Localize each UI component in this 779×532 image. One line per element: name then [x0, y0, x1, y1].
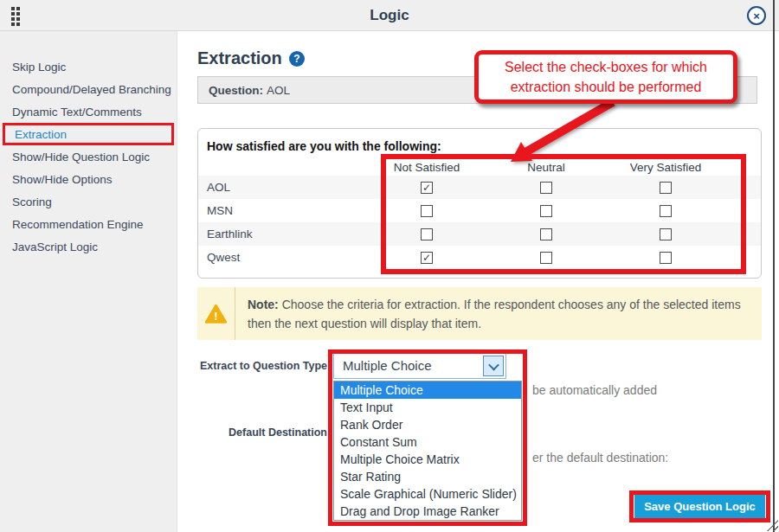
checkbox-aol-not-satisfied[interactable]: ✓	[421, 182, 433, 194]
window-right-border	[773, 0, 775, 532]
sidebar-item-javascript-logic[interactable]: JavaScript Logic	[0, 235, 177, 258]
option-text-input[interactable]: Text Input	[334, 399, 521, 416]
extract-type-label: Extract to Question Type	[197, 360, 327, 372]
checkbox-msn-not-satisfied[interactable]	[421, 205, 433, 217]
matrix-row-aol: AOL✓	[198, 176, 761, 199]
matrix-question-title: How satisfied are you with the following…	[198, 129, 761, 158]
matrix-rows: AOL✓MSNEarthlinkQwest✓	[198, 176, 761, 269]
checkbox-qwest-not-satisfied[interactable]: ✓	[421, 252, 433, 264]
matrix-row-label: Earthlink	[198, 228, 367, 240]
checkbox-qwest-very-satisfied[interactable]	[660, 252, 672, 264]
page-title-row: Extraction ?	[197, 48, 305, 68]
sidebar-item-compound-delayed-branching[interactable]: Compound/Delayed Branching	[0, 78, 177, 100]
matrix-row-label: MSN	[198, 204, 367, 217]
checkbox-aol-very-satisfied[interactable]	[660, 182, 672, 194]
chevron-down-icon[interactable]	[483, 356, 504, 376]
hint-added-text: be automatically added	[532, 383, 657, 397]
checkbox-aol-neutral[interactable]	[540, 182, 552, 194]
matrix-row-msn: MSN	[198, 199, 761, 222]
page-title: Extraction	[197, 48, 282, 68]
option-scale-graphical-numeric-slider[interactable]: Scale Graphical (Numeric Slider)	[334, 485, 521, 503]
option-multiple-choice[interactable]: Multiple Choice	[334, 381, 521, 399]
annotation-line2: extraction should be performed	[479, 77, 733, 97]
checkbox-msn-neutral[interactable]	[540, 205, 552, 217]
sidebar-item-extraction[interactable]: Extraction	[3, 123, 174, 145]
sidebar: Skip LogicCompound/Delayed BranchingDyna…	[0, 31, 177, 532]
question-type-selected-value: Multiple Choice	[343, 354, 432, 378]
question-type-select[interactable]: Multiple Choice	[333, 353, 506, 379]
sidebar-item-dynamic-text-comments[interactable]: Dynamic Text/Comments	[0, 100, 177, 123]
annotation-callout: Select the check-boxes for which extract…	[474, 50, 737, 104]
question-bar-value: AOL	[267, 84, 290, 97]
default-destination-label: Default Destination	[197, 426, 327, 439]
sidebar-item-skip-logic[interactable]: Skip Logic	[0, 55, 177, 78]
sidebar-item-recommendation-engine[interactable]: Recommendation Engine	[0, 213, 177, 235]
option-drag-and-drop-image-ranker[interactable]: Drag and Drop Image Ranker	[334, 503, 521, 520]
checkbox-earthlink-not-satisfied[interactable]	[421, 228, 433, 240]
dialog-titlebar: Logic ×	[0, 0, 779, 31]
checkbox-earthlink-neutral[interactable]	[540, 228, 552, 240]
help-icon[interactable]: ?	[289, 51, 305, 67]
close-icon[interactable]: ×	[747, 6, 766, 25]
option-star-rating[interactable]: Star Rating	[334, 468, 521, 485]
note-text: Note: Choose the criteria for extraction…	[235, 287, 762, 340]
option-multiple-choice-matrix[interactable]: Multiple Choice Matrix	[334, 451, 521, 468]
matrix-header-row: Not SatisfiedNeutralVery Satisfied	[198, 158, 761, 176]
matrix-column-header-neutral: Neutral	[486, 161, 606, 174]
matrix-row-label: Qwest	[198, 251, 367, 264]
svg-text:!: !	[214, 310, 217, 323]
logic-dialog: Logic × Skip LogicCompound/Delayed Branc…	[0, 0, 779, 532]
question-bar-label: Question:	[209, 84, 263, 97]
sidebar-item-show-hide-question-logic[interactable]: Show/Hide Question Logic	[0, 145, 177, 168]
save-question-logic-button[interactable]: Save Question Logic	[634, 495, 765, 518]
dialog-title: Logic	[0, 0, 779, 31]
warning-icon: !	[204, 304, 228, 324]
checkbox-msn-very-satisfied[interactable]	[660, 205, 672, 217]
hint-destination-text: er the default destination:	[532, 451, 668, 465]
matrix-row-label: AOL	[198, 181, 367, 194]
matrix-card: How satisfied are you with the following…	[197, 128, 762, 279]
option-constant-sum[interactable]: Constant Sum	[334, 433, 521, 451]
question-type-option-list: Multiple ChoiceText InputRank OrderConst…	[333, 381, 522, 521]
annotation-line1: Select the check-boxes for which	[479, 57, 733, 77]
matrix-column-header-very-satisfied: Very Satisfied	[606, 161, 725, 174]
matrix-row-qwest: Qwest✓	[198, 246, 761, 269]
note-banner: ! Note: Choose the criteria for extracti…	[197, 287, 762, 340]
checkbox-earthlink-very-satisfied[interactable]	[660, 228, 672, 240]
checkbox-qwest-neutral[interactable]	[540, 252, 552, 264]
sidebar-item-scoring[interactable]: Scoring	[0, 190, 177, 213]
sidebar-item-show-hide-options[interactable]: Show/Hide Options	[0, 168, 177, 190]
matrix-row-earthlink: Earthlink	[198, 222, 761, 246]
matrix-column-header-not-satisfied: Not Satisfied	[367, 161, 486, 174]
option-rank-order[interactable]: Rank Order	[334, 416, 521, 433]
